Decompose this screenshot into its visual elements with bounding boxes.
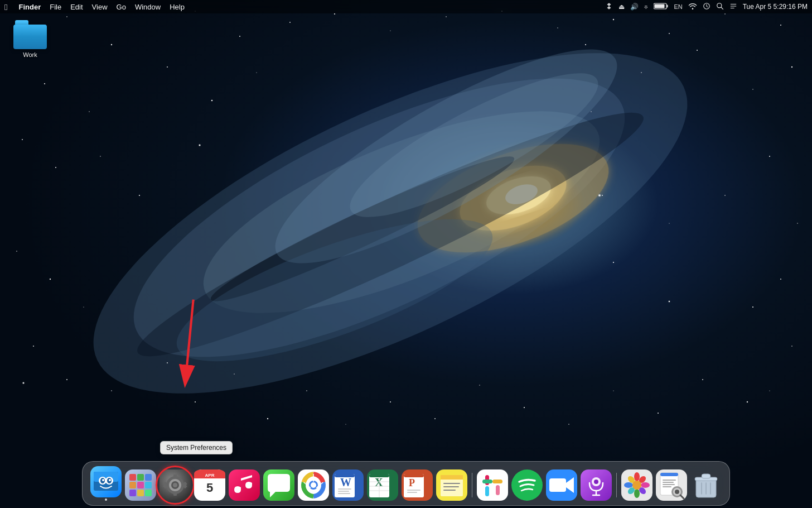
dock-excel[interactable]: X	[367, 469, 398, 501]
svg-rect-113	[173, 475, 177, 478]
svg-point-57	[791, 346, 792, 347]
window-menu[interactable]: Window	[135, 3, 161, 11]
dock-music[interactable]	[229, 469, 260, 501]
svg-point-26	[724, 13, 726, 15]
notification-center-icon[interactable]	[729, 2, 737, 12]
bluetooth-icon[interactable]: ⎑	[644, 3, 648, 10]
svg-point-23	[557, 27, 558, 28]
svg-point-64	[345, 424, 346, 424]
wifi-icon[interactable]	[688, 3, 697, 11]
spotlight-icon[interactable]	[716, 2, 724, 12]
file-menu[interactable]: File	[50, 3, 61, 11]
svg-point-48	[591, 111, 591, 112]
svg-point-67	[479, 385, 480, 385]
apple-menu[interactable]: 	[4, 2, 7, 12]
menubar:  Finder File Edit View Go Window Help ⏏…	[0, 0, 812, 13]
dock-calendar[interactable]: APR 5	[194, 469, 225, 501]
svg-point-62	[267, 418, 268, 419]
svg-point-19	[334, 13, 335, 15]
notes-icon	[436, 469, 467, 501]
svg-rect-84	[730, 3, 736, 4]
chrome-icon	[298, 469, 329, 501]
dock-trash[interactable]	[690, 469, 722, 501]
eject-icon[interactable]: ⏏	[618, 3, 625, 11]
dock-slack[interactable]	[477, 469, 508, 501]
dock-zoom[interactable]	[546, 469, 577, 501]
svg-point-46	[66, 379, 67, 380]
dock-launchpad[interactable]	[125, 469, 156, 501]
svg-point-14	[66, 16, 67, 17]
svg-rect-114	[173, 492, 177, 496]
svg-rect-155	[407, 490, 420, 491]
svg-point-42	[16, 251, 17, 252]
svg-point-17	[239, 36, 240, 37]
svg-point-65	[390, 401, 391, 402]
svg-point-183	[641, 482, 650, 488]
svg-point-54	[797, 223, 798, 223]
svg-point-71	[658, 413, 659, 414]
svg-point-132	[311, 482, 316, 488]
svg-point-69	[568, 424, 569, 425]
menubar-right: ⏏ 🔊 ⎑ EN	[605, 2, 808, 12]
dock-podcasts[interactable]	[581, 469, 612, 501]
svg-point-73	[747, 401, 748, 402]
svg-rect-85	[730, 6, 736, 6]
dock-powerpoint[interactable]: P	[402, 469, 433, 501]
dock-quicklook[interactable]	[656, 469, 687, 501]
quicklook-icon	[656, 469, 687, 501]
svg-point-188	[632, 481, 641, 490]
calendar-icon: APR 5	[194, 469, 225, 501]
dock-spotify[interactable]	[511, 469, 543, 501]
view-menu[interactable]: View	[92, 3, 108, 11]
svg-point-35	[697, 50, 698, 51]
svg-rect-107	[145, 490, 152, 496]
go-menu[interactable]: Go	[117, 3, 126, 11]
dock-notes[interactable]	[436, 469, 467, 501]
time-machine-icon[interactable]	[703, 2, 710, 12]
svg-point-60	[195, 401, 196, 402]
folder-icon	[13, 20, 47, 49]
svg-line-83	[721, 7, 723, 9]
svg-point-66	[434, 418, 436, 419]
svg-point-51	[669, 223, 669, 223]
svg-rect-194	[663, 484, 675, 485]
svg-rect-142	[338, 493, 350, 494]
volume-icon[interactable]: 🔊	[630, 3, 639, 11]
datetime-display[interactable]: Tue Apr 5 5:29:16 PM	[743, 3, 808, 11]
svg-point-30	[167, 66, 168, 68]
svg-rect-162	[443, 490, 456, 491]
dock-chrome[interactable]	[298, 469, 329, 501]
input-source-icon[interactable]: EN	[674, 3, 682, 10]
dock-messages[interactable]	[263, 469, 294, 501]
svg-point-25	[669, 33, 670, 34]
dock-separator-2	[616, 473, 617, 497]
edit-menu[interactable]: Edit	[70, 3, 83, 11]
svg-point-82	[717, 3, 721, 7]
svg-rect-167	[492, 480, 502, 483]
svg-rect-126	[229, 469, 260, 501]
dropbox-icon[interactable]	[605, 2, 613, 12]
svg-rect-104	[145, 482, 152, 488]
svg-point-27	[780, 25, 781, 26]
svg-point-47	[111, 390, 112, 391]
desktop:  Finder File Edit View Go Window Help ⏏…	[0, 0, 812, 508]
work-folder[interactable]: Work	[10, 20, 50, 58]
dock-finder[interactable]	[90, 466, 122, 501]
svg-point-52	[724, 195, 726, 196]
finder-menu[interactable]: Finder	[18, 3, 41, 11]
svg-point-70	[613, 390, 613, 391]
svg-point-44	[83, 306, 84, 307]
svg-point-74	[199, 145, 201, 146]
svg-point-77	[669, 301, 670, 303]
svg-point-39	[55, 167, 56, 168]
dock-photos[interactable]	[621, 469, 652, 501]
battery-icon[interactable]	[654, 3, 668, 11]
help-menu[interactable]: Help	[170, 3, 185, 11]
svg-rect-102	[129, 482, 136, 488]
dock-system-preferences[interactable]	[160, 469, 191, 501]
svg-rect-163	[477, 469, 508, 501]
svg-point-112	[173, 483, 177, 487]
dock-word[interactable]: W	[332, 469, 364, 501]
svg-point-38	[22, 139, 23, 140]
svg-text:W: W	[340, 476, 351, 488]
